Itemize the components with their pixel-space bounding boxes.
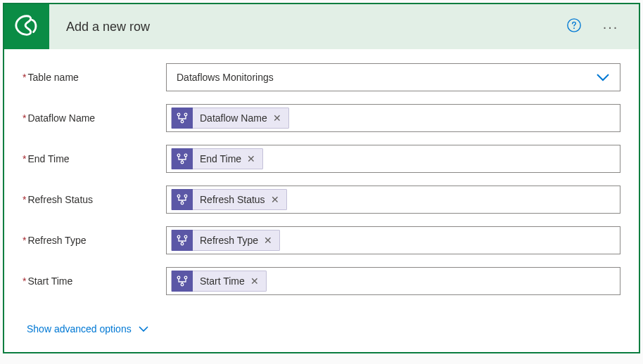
svg-point-14 (177, 276, 180, 279)
help-icon (566, 18, 582, 36)
svg-point-12 (184, 235, 187, 238)
input-refresh-type[interactable]: Refresh Type ✕ (166, 226, 620, 254)
token-label: Refresh Status (193, 194, 269, 205)
chevron-down-icon (596, 72, 610, 82)
token-dataflow-name[interactable]: Dataflow Name ✕ (171, 108, 289, 129)
field-row-start-time: *Start Time Start Time ✕ (23, 267, 620, 295)
label-refresh-status: *Refresh Status (23, 194, 166, 205)
token-label: Dataflow Name (193, 112, 272, 124)
card-header: Add a new row ··· (4, 4, 639, 49)
dataverse-logo-icon (13, 12, 40, 41)
token-remove-button[interactable]: ✕ (272, 112, 283, 124)
token-start-time[interactable]: Start Time ✕ (171, 271, 267, 292)
label-end-time: *End Time (23, 153, 166, 164)
token-label: End Time (193, 153, 246, 164)
token-refresh-status[interactable]: Refresh Status ✕ (171, 189, 287, 210)
field-row-table-name: *Table name Dataflows Monitorings (23, 63, 620, 91)
token-end-time[interactable]: End Time ✕ (171, 148, 263, 169)
token-refresh-type[interactable]: Refresh Type ✕ (171, 230, 280, 251)
show-advanced-options-button[interactable]: Show advanced options (27, 323, 148, 334)
field-row-refresh-status: *Refresh Status Refresh Status ✕ (23, 186, 620, 214)
card-body: *Table name Dataflows Monitorings *Dataf… (4, 49, 639, 352)
svg-point-6 (184, 154, 187, 157)
card-title: Add a new row (66, 20, 563, 34)
token-label: Refresh Type (193, 235, 262, 246)
svg-point-2 (177, 113, 180, 116)
token-remove-button[interactable]: ✕ (262, 235, 274, 246)
svg-point-4 (181, 120, 184, 123)
action-card: Add a new row ··· *Table name Dataflows … (3, 3, 640, 353)
label-refresh-type: *Refresh Type (23, 235, 166, 246)
svg-point-13 (181, 242, 184, 245)
help-button[interactable] (563, 15, 585, 38)
label-start-time: *Start Time (23, 275, 166, 287)
input-dataflow-name[interactable]: Dataflow Name ✕ (166, 104, 620, 132)
dynamic-content-icon (172, 189, 193, 210)
dropdown-table-name[interactable]: Dataflows Monitorings (166, 63, 620, 91)
token-remove-button[interactable]: ✕ (249, 275, 260, 287)
dropdown-value: Dataflows Monitorings (177, 72, 274, 83)
svg-point-5 (177, 154, 180, 157)
svg-point-1 (573, 27, 575, 29)
dynamic-content-icon (172, 230, 193, 251)
field-row-end-time: *End Time End Time ✕ (23, 145, 620, 173)
dynamic-content-icon (172, 148, 193, 169)
dynamic-content-icon (172, 271, 193, 292)
field-row-dataflow-name: *Dataflow Name Dataflow Name ✕ (23, 104, 620, 132)
dynamic-content-icon (172, 108, 193, 129)
token-label: Start Time (193, 275, 249, 287)
svg-point-15 (184, 276, 187, 279)
svg-point-3 (184, 113, 187, 116)
svg-point-11 (177, 235, 180, 238)
chevron-down-icon (139, 325, 148, 332)
svg-point-7 (181, 161, 184, 164)
input-end-time[interactable]: End Time ✕ (166, 145, 620, 173)
more-button[interactable]: ··· (597, 13, 625, 41)
connector-logo-tile (4, 4, 49, 49)
token-remove-button[interactable]: ✕ (246, 153, 257, 164)
label-dataflow-name: *Dataflow Name (23, 112, 166, 124)
svg-point-9 (184, 195, 187, 197)
svg-point-8 (177, 195, 180, 197)
field-row-refresh-type: *Refresh Type Refresh Type ✕ (23, 226, 620, 254)
svg-point-10 (181, 202, 184, 204)
token-remove-button[interactable]: ✕ (269, 194, 281, 205)
ellipsis-icon: ··· (603, 19, 619, 35)
input-start-time[interactable]: Start Time ✕ (166, 267, 620, 295)
svg-point-16 (181, 283, 184, 286)
label-table-name: *Table name (23, 72, 166, 83)
advanced-label: Show advanced options (27, 323, 132, 334)
input-refresh-status[interactable]: Refresh Status ✕ (166, 186, 620, 214)
